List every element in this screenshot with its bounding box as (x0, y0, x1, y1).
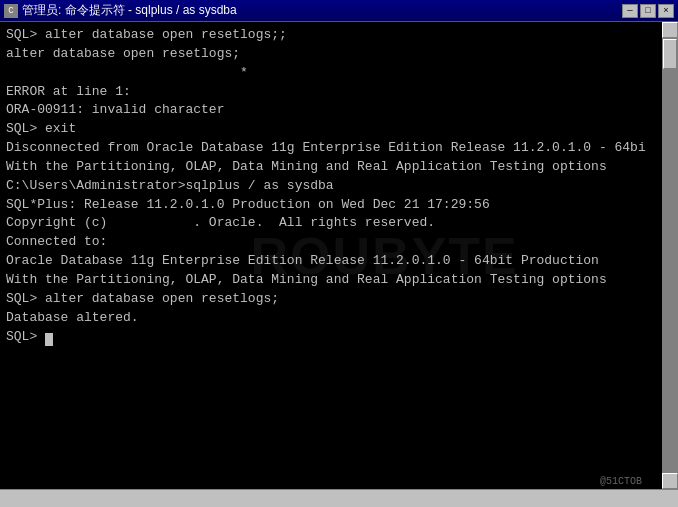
cursor-blink (45, 333, 53, 346)
terminal[interactable]: ROUBYTE SQL> alter database open resetlo… (0, 22, 662, 489)
terminal-line: Connected to: (6, 233, 656, 252)
terminal-line: Disconnected from Oracle Database 11g En… (6, 139, 656, 158)
status-bar (0, 489, 678, 507)
terminal-line: With the Partitioning, OLAP, Data Mining… (6, 271, 656, 290)
bottom-right-watermark: @51CTOB (600, 476, 642, 487)
title-bar-left: C 管理员: 命令提示符 - sqlplus / as sysdba (4, 2, 237, 19)
terminal-content: SQL> alter database open resetlogs;;alte… (6, 26, 656, 346)
terminal-line: SQL> alter database open resetlogs;; (6, 26, 656, 45)
maximize-button[interactable]: □ (640, 4, 656, 18)
close-button[interactable]: × (658, 4, 674, 18)
terminal-line: Copyright (c) . Oracle. All rights reser… (6, 214, 656, 233)
terminal-line: * (6, 64, 656, 83)
scrollbar[interactable]: ▲ ▼ (662, 22, 678, 489)
terminal-line: SQL> alter database open resetlogs; (6, 290, 656, 309)
terminal-line: alter database open resetlogs; (6, 45, 656, 64)
title-text: 管理员: 命令提示符 - sqlplus / as sysdba (22, 2, 237, 19)
scroll-track[interactable] (662, 38, 678, 473)
terminal-line: With the Partitioning, OLAP, Data Mining… (6, 158, 656, 177)
terminal-line: SQL*Plus: Release 11.2.0.1.0 Production … (6, 196, 656, 215)
title-bar-buttons[interactable]: ─ □ × (622, 4, 674, 18)
main-container: ROUBYTE SQL> alter database open resetlo… (0, 22, 678, 489)
minimize-button[interactable]: ─ (622, 4, 638, 18)
terminal-line: SQL> exit (6, 120, 656, 139)
terminal-line: ORA-00911: invalid character (6, 101, 656, 120)
terminal-line: Database altered. (6, 309, 656, 328)
scroll-down-button[interactable]: ▼ (662, 473, 678, 489)
scroll-thumb[interactable] (663, 39, 677, 69)
terminal-line: C:\Users\Administrator>sqlplus / as sysd… (6, 177, 656, 196)
terminal-line: ERROR at line 1: (6, 83, 656, 102)
scroll-up-button[interactable]: ▲ (662, 22, 678, 38)
terminal-line: Oracle Database 11g Enterprise Edition R… (6, 252, 656, 271)
title-bar: C 管理员: 命令提示符 - sqlplus / as sysdba ─ □ × (0, 0, 678, 22)
terminal-line: SQL> (6, 328, 656, 347)
window-icon: C (4, 4, 18, 18)
